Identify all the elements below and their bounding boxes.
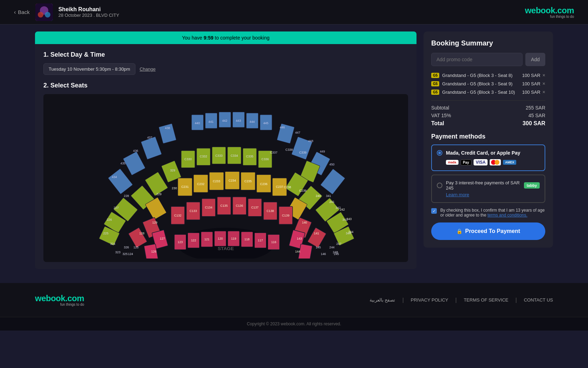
svg-text:116: 116 xyxy=(271,240,276,244)
section2-title: 2. Select Seats xyxy=(43,82,408,89)
apple-pay-icon: Pay xyxy=(461,160,472,165)
header-left: ‹ Back Sheikh Rouhani 28 October 2023 . … xyxy=(14,3,119,21)
header: ‹ Back Sheikh Rouhani 28 October 2023 . … xyxy=(0,0,588,24)
svg-text:344: 344 xyxy=(346,232,351,235)
svg-text:437: 437 xyxy=(147,136,152,139)
svg-text:228: 228 xyxy=(124,194,129,198)
footer-arabic-link[interactable]: تصفح بالعربية xyxy=(370,297,396,303)
svg-text:C233: C233 xyxy=(213,179,220,183)
date-badge: Tuesday 10 November 5:30pm - 8:30pm xyxy=(43,63,135,75)
svg-text:438: 438 xyxy=(165,126,170,130)
learn-more-link[interactable]: Learn more xyxy=(446,192,540,197)
remove-ticket-1[interactable]: × xyxy=(542,72,545,78)
svg-text:448: 448 xyxy=(308,139,313,143)
summary-title: Booking Summary xyxy=(431,39,545,47)
svg-point-2 xyxy=(38,12,43,17)
svg-text:446: 446 xyxy=(280,126,285,129)
promo-row: Add xyxy=(431,53,545,66)
venue-svg: 440 441 442 443 444 445 446 447 448 449 … xyxy=(89,98,362,259)
svg-text:C335: C335 xyxy=(246,155,253,158)
svg-text:323: 323 xyxy=(115,250,120,254)
svg-text:STAGE: STAGE xyxy=(218,246,234,251)
svg-text:144: 144 xyxy=(295,250,300,253)
tabby-badge: tabby xyxy=(524,182,540,189)
remove-ticket-3[interactable]: × xyxy=(542,89,545,95)
amex-icon: AMEX xyxy=(503,160,516,165)
copyright-bar: Copyright © 2023 webook.com. All rights … xyxy=(0,317,588,331)
g5-badge: G5 xyxy=(431,73,439,78)
svg-text:436: 436 xyxy=(133,149,138,153)
event-info: Sheikh Rouhani 28 October 2023 . BLVD CI… xyxy=(58,6,119,18)
promo-input[interactable] xyxy=(431,53,523,66)
svg-text:326: 326 xyxy=(124,246,129,249)
footer: webook.com fun things to do تصفح بالعربي… xyxy=(0,283,588,317)
svg-text:C137: C137 xyxy=(251,206,259,209)
contact-us-link[interactable]: CONTACT US xyxy=(524,297,553,303)
back-label: Back xyxy=(18,9,29,15)
logo-text: webook.com xyxy=(525,6,574,15)
vat-row: VAT 15% 45 SAR xyxy=(431,113,545,118)
radio-tabby xyxy=(437,183,442,188)
payment-icons: mada Pay VISA AMEX xyxy=(446,159,540,165)
svg-text:443: 443 xyxy=(236,119,241,122)
terms-of-service-link[interactable]: TERMS OF SERVICE xyxy=(464,297,509,303)
terms-link[interactable]: terms and conditions. xyxy=(488,213,527,218)
svg-text:128: 128 xyxy=(139,232,145,235)
terms-checkbox[interactable]: ✓ xyxy=(431,208,437,214)
svg-text:C231: C231 xyxy=(181,185,189,189)
svg-text:325: 325 xyxy=(122,252,128,256)
ticket-list: G5 Grandstand - G5 (Block 3 - Seat 8) 10… xyxy=(431,72,545,95)
svg-text:C133: C133 xyxy=(190,209,197,213)
svg-text:447: 447 xyxy=(295,131,300,134)
svg-text:C239: C239 xyxy=(299,189,307,192)
back-arrow-icon: ‹ xyxy=(14,9,16,15)
svg-text:124: 124 xyxy=(128,252,133,256)
venue-map[interactable]: 440 441 442 443 444 445 446 447 448 449 … xyxy=(43,94,408,262)
svg-text:229: 229 xyxy=(156,192,162,196)
payment-option-tabby[interactable]: Pay 3 interest-free payments of SAR 245 … xyxy=(431,175,545,203)
remove-ticket-2[interactable]: × xyxy=(542,81,545,86)
svg-text:450: 450 xyxy=(329,163,335,166)
svg-text:C333: C333 xyxy=(215,154,223,157)
svg-text:C136: C136 xyxy=(236,204,243,207)
svg-text:123: 123 xyxy=(177,240,183,244)
svg-text:343: 343 xyxy=(342,218,348,221)
svg-text:C332: C332 xyxy=(200,155,207,158)
proceed-label: Proceed To Payment xyxy=(465,228,520,234)
svg-text:126: 126 xyxy=(151,250,156,253)
svg-text:140: 140 xyxy=(302,221,307,224)
svg-text:C135: C135 xyxy=(220,204,228,207)
svg-text:141: 141 xyxy=(314,232,319,235)
privacy-policy-link[interactable]: PRIVACY POLICY xyxy=(411,297,448,303)
svg-text:C139: C139 xyxy=(282,214,289,217)
svg-text:241: 241 xyxy=(329,200,335,204)
ticket-item: G5 Grandstand - G5 (Block 3 - Seat 9) 10… xyxy=(431,81,545,86)
event-date: 28 October 2023 . BLVD CITY xyxy=(58,13,119,18)
subtotal-row: Subtotal 255 SAR xyxy=(431,105,545,111)
svg-text:C235: C235 xyxy=(244,179,252,183)
svg-text:C338: C338 xyxy=(286,148,293,151)
svg-text:C237: C237 xyxy=(276,185,283,189)
svg-text:C336: C336 xyxy=(261,157,269,161)
svg-text:329: 329 xyxy=(170,169,175,172)
change-date-button[interactable]: Change xyxy=(140,66,156,72)
svg-text:442: 442 xyxy=(222,119,227,122)
svg-text:247: 247 xyxy=(336,242,342,246)
svg-text:125: 125 xyxy=(133,246,139,249)
promo-add-button[interactable]: Add xyxy=(525,53,545,66)
payment-option-card[interactable]: Mada, Credit Card, or Apple Pay mada Pay… xyxy=(431,144,545,171)
svg-text:441: 441 xyxy=(209,120,214,123)
total-row: Total 300 SAR xyxy=(431,120,545,127)
svg-text:445: 445 xyxy=(263,121,268,125)
svg-text:324: 324 xyxy=(110,242,115,246)
right-panel: Booking Summary Add G5 Grandstand - G5 (… xyxy=(424,31,553,248)
event-thumbnail xyxy=(35,3,53,21)
back-button[interactable]: ‹ Back xyxy=(14,9,30,15)
svg-text:227: 227 xyxy=(113,206,119,210)
svg-text:C232: C232 xyxy=(197,182,204,186)
proceed-to-payment-button[interactable]: 🔒 Proceed To Payment xyxy=(431,222,545,240)
svg-text:C330: C330 xyxy=(184,157,192,161)
g5-badge: G5 xyxy=(431,90,439,95)
visa-icon: VISA xyxy=(474,159,488,165)
svg-text:244: 244 xyxy=(329,246,335,249)
